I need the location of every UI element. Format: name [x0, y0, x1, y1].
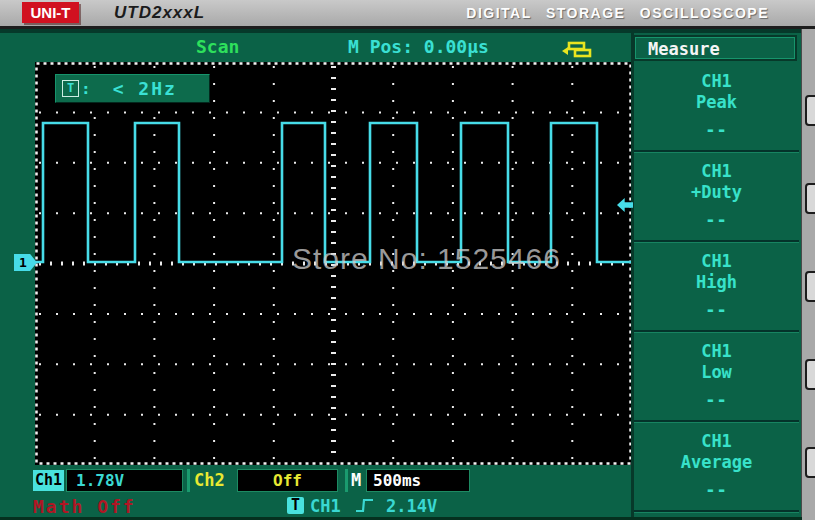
rising-edge-icon [354, 497, 375, 514]
menu-item-name: High [634, 271, 799, 292]
device-title: DIGITAL STORAGE OSCILLOSCOPE [466, 5, 769, 21]
uni-t-logo: UNI-T [22, 2, 79, 23]
menu-item-value: -- [634, 292, 799, 320]
menu-item-channel: CH1 [634, 62, 799, 91]
softkey-button-3[interactable] [805, 271, 815, 302]
menu-item-name: +Duty [634, 181, 799, 202]
menu-title-button[interactable]: Measure [633, 35, 797, 61]
menu-item-value: -- [634, 472, 799, 500]
timebase-label: M [351, 470, 361, 490]
title-bar: UNI-T UTD2xxxL DIGITAL STORAGE OSCILLOSC… [0, 0, 815, 29]
menu-item-channel: CH1 [634, 422, 799, 451]
acquisition-mode-label: Scan [196, 36, 239, 57]
menu-item-channel: CH1 [634, 332, 799, 361]
ch1-badge: Ch1 [33, 470, 64, 491]
ch1-scale-readout: 1.78V [66, 469, 183, 492]
menu-item-name: Peak [634, 91, 799, 112]
trigger-frequency-box: T : < 2Hz [55, 74, 210, 103]
softkey-button-1[interactable] [805, 95, 815, 126]
menu-item-low[interactable]: CH1 Low -- [634, 332, 799, 422]
softkey-button-5[interactable] [805, 447, 815, 478]
menu-item-value: -- [634, 112, 799, 140]
readout-divider [345, 469, 348, 492]
ch2-status-readout: Off [237, 469, 338, 492]
menu-item-value: -- [634, 382, 799, 410]
trigger-source-icon: T [287, 497, 304, 514]
math-status: Math Off [33, 496, 136, 517]
store-watermark: Store No: 1525466 [292, 242, 561, 276]
softkey-button-2[interactable] [805, 183, 815, 214]
ch2-label: Ch2 [194, 470, 225, 490]
oscilloscope-screen: UNI-T UTD2xxxL DIGITAL STORAGE OSCILLOSC… [0, 0, 815, 520]
menu-item-value: -- [634, 202, 799, 230]
softkey-button-4[interactable] [805, 359, 815, 390]
menu-item-peak[interactable]: CH1 Peak -- [634, 62, 799, 152]
channel1-ground-marker: 1 [14, 254, 37, 271]
usb-icon [561, 41, 594, 58]
readout-divider [187, 469, 190, 492]
menu-item-duty[interactable]: CH1 +Duty -- [634, 152, 799, 242]
menu-item-name: Average [634, 451, 799, 472]
menu-item-name: Low [634, 361, 799, 382]
screen-top-shadow [0, 29, 802, 33]
trigger-frequency-value: < 2Hz [113, 78, 177, 99]
trigger-level-readout: 2.14V [386, 496, 437, 516]
menu-item-channel: CH1 [634, 242, 799, 271]
timebase-readout: 500ms [366, 469, 470, 492]
measure-menu: CH1 Peak -- CH1 +Duty -- CH1 High -- CH1… [634, 62, 799, 512]
menu-item-average[interactable]: CH1 Average -- [634, 422, 799, 512]
trigger-separator: : [81, 79, 91, 98]
trigger-source-readout: CH1 [310, 496, 341, 516]
horizontal-position-readout: M Pos: 0.00µs [348, 36, 489, 57]
model-name: UTD2xxxL [114, 3, 205, 23]
menu-item-channel: CH1 [634, 152, 799, 181]
menu-item-high[interactable]: CH1 High -- [634, 242, 799, 332]
trigger-t-icon: T [62, 80, 79, 97]
